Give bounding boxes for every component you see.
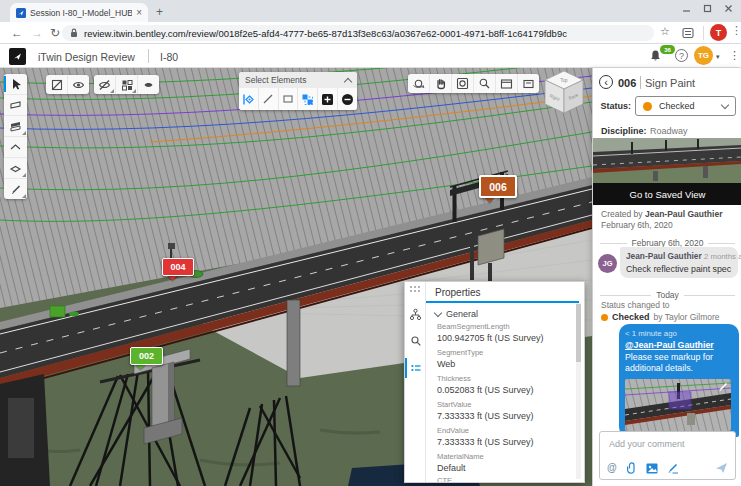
issue-id: 006	[618, 77, 636, 89]
status-dropdown[interactable]: Checked	[635, 96, 736, 116]
zoom-window-button[interactable]	[473, 74, 495, 93]
view-undo-button[interactable]	[517, 74, 539, 93]
close-window-icon[interactable]	[724, 4, 733, 13]
field-value: Default	[437, 463, 466, 473]
field-value: 7.333333 ft (US Survey)	[437, 411, 534, 421]
clip-plane-tool-button[interactable]	[4, 136, 27, 157]
created-prefix: Created by	[601, 209, 643, 219]
properties-scrollbar-thumb[interactable]	[576, 304, 581, 362]
field-value: 7.333333 ft (US Survey)	[437, 437, 534, 447]
show-all-button[interactable]	[67, 75, 89, 94]
field-value: Web	[437, 359, 455, 369]
attach-icon[interactable]	[626, 462, 637, 474]
properties-group-header[interactable]: General	[435, 309, 478, 319]
remove-from-selection-button[interactable]	[337, 88, 357, 110]
status-color-dot	[643, 102, 652, 111]
add-to-selection-button[interactable]	[317, 88, 337, 110]
field-label: EndValue	[437, 426, 469, 435]
new-tab-button[interactable]: +	[156, 5, 163, 19]
properties-tab[interactable]	[405, 356, 426, 380]
itwin-logo[interactable]	[9, 48, 26, 65]
line-select-button[interactable]	[258, 88, 278, 110]
isolate-elements-button[interactable]	[115, 75, 137, 94]
image-icon[interactable]	[646, 463, 658, 474]
select-tool-button[interactable]	[4, 74, 27, 94]
marker-label[interactable]: 006	[479, 175, 517, 198]
sectioning-tool-button[interactable]	[4, 115, 27, 136]
select-elements-header[interactable]: Select Elements	[239, 72, 357, 88]
extension-icon[interactable]	[682, 27, 694, 39]
properties-group-label: General	[446, 309, 478, 319]
markup-pen-icon[interactable]	[667, 463, 679, 474]
comment-input[interactable]	[607, 438, 731, 450]
properties-tab-rail	[405, 282, 426, 483]
comment-tools: @	[607, 462, 679, 474]
field-label: MaterialName	[437, 452, 484, 461]
markup-tool-button[interactable]	[4, 178, 27, 199]
measure-tool-button[interactable]	[4, 94, 27, 115]
go-to-saved-view-button[interactable]: Go to Saved View	[593, 183, 741, 205]
send-icon[interactable]	[715, 462, 728, 474]
browser-window: Session I-80_I-Model_HUB | iTwi × + ← → …	[0, 0, 741, 486]
issue-title-divider	[640, 76, 641, 89]
forward-button[interactable]: →	[31, 25, 43, 41]
tab-close-icon[interactable]: ×	[136, 8, 142, 18]
issue-marker-006[interactable]: 006	[479, 175, 517, 198]
pan-view-button[interactable]	[429, 74, 451, 93]
user-avatar[interactable]: TG	[694, 46, 713, 65]
lock-icon	[70, 28, 78, 38]
field-label: CTE	[437, 476, 452, 483]
browser-menu-icon[interactable]: ⋮	[731, 24, 741, 37]
drag-handle[interactable]	[410, 286, 420, 292]
field-label: Thickness	[437, 374, 471, 383]
model-tree-tab[interactable]	[405, 302, 426, 326]
marker-label[interactable]: 002	[130, 347, 163, 365]
view-cube[interactable]: Top Right Back	[537, 66, 591, 120]
clip-view-button[interactable]	[46, 75, 67, 94]
status-change-line: Status changed to	[601, 300, 670, 310]
window-area-button[interactable]	[495, 74, 517, 93]
marker-label[interactable]: 004	[162, 258, 194, 276]
status-value: Checked	[659, 101, 715, 111]
box-select-button[interactable]	[278, 88, 298, 110]
visibility-tool-group-2	[94, 75, 159, 94]
rotate-view-button[interactable]	[408, 74, 429, 93]
chevron-down-icon	[721, 101, 729, 109]
search-tab[interactable]	[405, 329, 426, 353]
fit-view-button[interactable]	[451, 74, 473, 93]
discipline-label: Discipline:	[601, 126, 647, 136]
markup-image[interactable]	[625, 379, 731, 431]
pick-select-button[interactable]	[239, 88, 258, 110]
comment-bubble[interactable]: Jean-Paul Gauthier 2 months ago Check re…	[620, 247, 738, 278]
back-button[interactable]: ←	[11, 25, 23, 41]
select-elements-toolbar: Select Elements	[239, 72, 357, 110]
emphasize-elements-button[interactable]	[137, 75, 159, 94]
back-icon[interactable]: ‹	[599, 75, 613, 89]
app-menu-icon[interactable]: ⋮	[729, 49, 740, 62]
refresh-button[interactable]: ↻	[50, 25, 60, 41]
avatar-caret-icon[interactable]: ▾	[716, 53, 720, 61]
browser-profile-avatar[interactable]: T	[710, 24, 727, 41]
bookmark-star-icon[interactable]: ☆	[660, 25, 670, 38]
issue-marker-004[interactable]: 004	[162, 258, 194, 276]
reply-bubble[interactable]: < 1 minute ago @Jean-Paul Gauthier Pleas…	[619, 324, 739, 437]
today-divider-label: Today	[656, 290, 679, 300]
issue-marker-002[interactable]: 002	[130, 347, 163, 365]
address-bar[interactable]: review.itwin.bentley.com/review/0018f2e5…	[62, 25, 654, 41]
collapse-chevron-icon[interactable]	[344, 77, 352, 85]
reply-mention[interactable]: @Jean-Paul Gauthier	[625, 340, 714, 350]
visibility-tool-group-1	[46, 75, 89, 94]
maximize-icon[interactable]	[703, 4, 712, 13]
comment-input-box[interactable]: @	[599, 431, 736, 480]
mention-icon[interactable]: @	[607, 463, 617, 473]
hide-elements-button[interactable]	[94, 75, 115, 94]
selection-mode-button[interactable]	[297, 88, 317, 110]
clip-shape-tool-button[interactable]	[4, 157, 27, 178]
project-name[interactable]: I-80	[160, 51, 178, 63]
cube-top-label[interactable]: Top	[560, 78, 568, 83]
help-icon[interactable]: ?	[675, 49, 688, 62]
select-elements-title: Select Elements	[245, 75, 306, 85]
saved-view-thumbnail[interactable]	[593, 138, 741, 183]
browser-tab[interactable]: Session I-80_I-Model_HUB | iTwi ×	[10, 3, 148, 22]
minimize-icon[interactable]	[682, 4, 691, 13]
